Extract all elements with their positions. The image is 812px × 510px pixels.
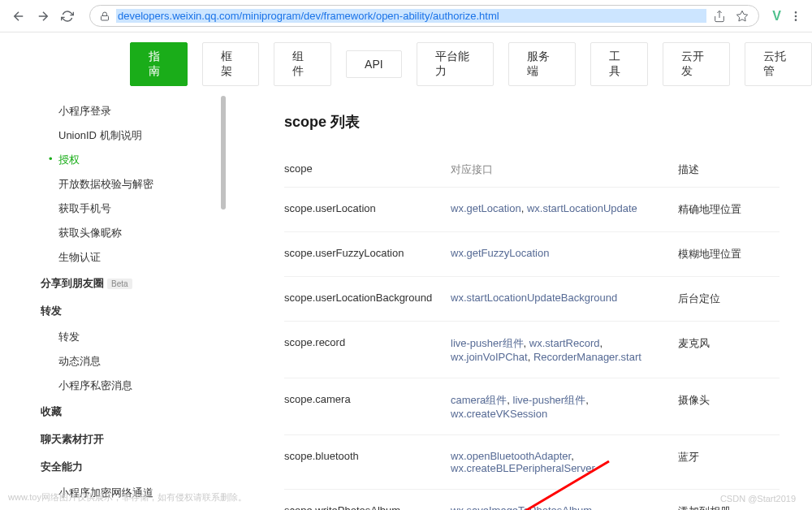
tab-云开发[interactable]: 云开发: [663, 42, 730, 86]
tab-API[interactable]: API: [346, 50, 402, 78]
api-link[interactable]: wx.openBluetoothAdapter: [451, 450, 571, 462]
cell-scope: scope.camera: [284, 393, 451, 420]
main-content: scope 列表 scope 对应接口 描述 scope.userLocatio…: [227, 96, 812, 510]
table-row: scope.userLocationwx.getLocation, wx.sta…: [284, 187, 780, 231]
sidebar-item[interactable]: 生物认证: [41, 245, 227, 270]
cell-scope: scope.userFuzzyLocation: [284, 247, 451, 261]
tab-指南[interactable]: 指南: [130, 42, 188, 86]
api-link[interactable]: live-pusher组件: [513, 394, 586, 406]
reload-button[interactable]: [58, 7, 76, 25]
api-link[interactable]: wx.getFuzzyLocation: [451, 247, 549, 259]
api-link[interactable]: wx.saveImageToPhotosAlbum: [451, 504, 592, 510]
url-text: developers.weixin.qq.com/miniprogram/dev…: [116, 9, 706, 23]
api-link[interactable]: RecorderManager.start: [533, 351, 641, 363]
separator: ,: [592, 504, 595, 510]
cell-desc: 后台定位: [678, 292, 780, 306]
svg-rect-0: [102, 15, 109, 20]
cell-desc: 摄像头: [678, 393, 780, 420]
cell-scope: scope.record: [284, 336, 451, 363]
sidebar-item[interactable]: 开放数据校验与解密: [41, 172, 227, 197]
cell-api: camera组件, live-pusher组件, wx.createVKSess…: [451, 393, 678, 420]
api-link[interactable]: wx.startRecord: [529, 337, 600, 349]
cell-api: live-pusher组件, wx.startRecord, wx.joinVo…: [451, 336, 678, 363]
cell-api: wx.startLocationUpdateBackground: [451, 292, 678, 306]
badge: Beta: [107, 279, 132, 289]
watermark-right: CSDN @Start2019: [720, 494, 796, 504]
separator: ,: [524, 337, 529, 349]
header-scope: scope: [284, 162, 451, 177]
cell-desc: 麦克风: [678, 336, 780, 363]
sidebar-item[interactable]: 动态消息: [41, 349, 227, 374]
sidebar-item[interactable]: 授权: [41, 148, 227, 172]
cell-api: wx.getLocation, wx.startLocationUpdate: [451, 202, 678, 217]
header-desc: 描述: [678, 162, 780, 177]
sidebar-item[interactable]: 获取手机号: [41, 197, 227, 221]
sidebar-item[interactable]: 小程序登录: [41, 99, 227, 123]
separator: ,: [600, 337, 603, 349]
cell-scope: scope.writePhotosAlbum: [284, 504, 451, 510]
table-row: scope.recordlive-pusher组件, wx.startRecor…: [284, 321, 780, 378]
section-title: scope 列表: [284, 112, 780, 132]
doc-tabs: 指南框架组件API平台能力服务端工具云开发云托管: [0, 32, 812, 96]
table-header: scope 对应接口 描述: [284, 153, 780, 187]
cell-scope: scope.userLocationBackground: [284, 292, 451, 306]
cell-desc: 蓝牙: [678, 450, 780, 474]
separator: ,: [585, 394, 589, 406]
cell-scope: scope.bluetooth: [284, 450, 451, 474]
share-icon[interactable]: [713, 10, 726, 23]
api-link[interactable]: wx.startLocationUpdateBackground: [451, 292, 617, 304]
separator: ,: [528, 351, 533, 363]
separator: ,: [507, 394, 512, 406]
tab-框架[interactable]: 框架: [202, 42, 260, 86]
api-link[interactable]: wx.createBLEPeripheralServer: [451, 462, 595, 474]
tab-组件[interactable]: 组件: [274, 42, 331, 86]
tab-云托管[interactable]: 云托管: [745, 42, 812, 86]
cell-desc: 模糊地理位置: [678, 247, 780, 261]
api-link[interactable]: wx.startLocationUpdate: [527, 202, 637, 214]
sidebar: 小程序登录UnionID 机制说明授权开放数据校验与解密获取手机号获取头像昵称生…: [0, 96, 227, 510]
separator: ,: [571, 450, 574, 462]
star-icon[interactable]: [736, 10, 749, 23]
cell-scope: scope.userLocation: [284, 202, 451, 217]
svg-point-2: [795, 11, 796, 12]
sidebar-group[interactable]: 分享到朋友圈Beta: [41, 270, 227, 297]
cell-desc: 添加到相册: [678, 504, 780, 510]
sidebar-item[interactable]: 转发: [41, 325, 227, 349]
forward-button[interactable]: [34, 7, 52, 25]
tab-工具[interactable]: 工具: [590, 42, 648, 86]
table-row: scope.userFuzzyLocationwx.getFuzzyLocati…: [284, 231, 780, 276]
api-link[interactable]: wx.createVKSession: [451, 408, 547, 420]
api-link[interactable]: camera组件: [451, 394, 507, 406]
sidebar-item[interactable]: UnionID 机制说明: [41, 123, 227, 148]
api-link[interactable]: wx.joinVoIPChat: [451, 351, 528, 363]
cell-api: wx.getFuzzyLocation: [451, 247, 678, 261]
address-bar[interactable]: developers.weixin.qq.com/miniprogram/dev…: [89, 5, 759, 27]
sidebar-item[interactable]: 安全键盘: [41, 505, 227, 510]
sidebar-group[interactable]: 安全能力: [41, 453, 227, 481]
cell-desc: 精确地理位置: [678, 202, 780, 217]
tab-平台能力[interactable]: 平台能力: [417, 42, 494, 86]
menu-icon[interactable]: [789, 10, 802, 23]
cell-api: wx.saveImageToPhotosAlbum, wx.saveVideoT…: [451, 504, 678, 510]
svg-point-1: [795, 15, 796, 16]
watermark-left: www.toy网络图片仅供展示，非存储，如有侵权请联系删除。: [8, 491, 247, 504]
lock-icon: [100, 11, 110, 21]
svg-point-3: [795, 19, 796, 20]
sidebar-group[interactable]: 转发: [41, 297, 227, 325]
sidebar-item[interactable]: 小程序私密消息: [41, 374, 227, 398]
sidebar-item[interactable]: 获取头像昵称: [41, 221, 227, 245]
header-api: 对应接口: [451, 162, 678, 177]
cell-api: wx.openBluetoothAdapter, wx.createBLEPer…: [451, 450, 678, 474]
browser-toolbar: developers.weixin.qq.com/miniprogram/dev…: [0, 0, 812, 32]
api-link[interactable]: wx.getLocation: [451, 202, 521, 214]
table-row: scope.cameracamera组件, live-pusher组件, wx.…: [284, 378, 780, 434]
sidebar-scrollbar[interactable]: [221, 96, 226, 210]
api-link[interactable]: live-pusher组件: [451, 337, 524, 349]
back-button[interactable]: [10, 7, 28, 25]
sidebar-group[interactable]: 聊天素材打开: [41, 426, 227, 453]
table-row: scope.writePhotosAlbumwx.saveImageToPhot…: [284, 489, 780, 510]
table-row: scope.bluetoothwx.openBluetoothAdapter, …: [284, 434, 780, 489]
sidebar-group[interactable]: 收藏: [41, 398, 227, 426]
vue-devtools-icon[interactable]: V: [772, 9, 781, 24]
tab-服务端[interactable]: 服务端: [508, 42, 576, 86]
